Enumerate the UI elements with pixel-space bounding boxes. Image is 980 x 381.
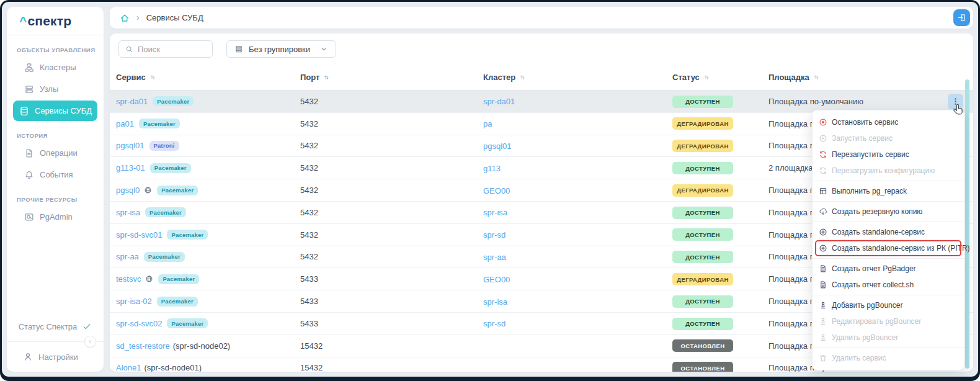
menu-divider	[813, 295, 964, 295]
status-cell: ДОСТУПЕН	[672, 95, 768, 108]
repack-icon	[819, 187, 827, 195]
breadcrumb: › Сервисы СУБД	[110, 7, 973, 29]
home-icon[interactable]	[120, 13, 130, 23]
cluster-link[interactable]: spr-da01	[483, 97, 515, 106]
sidebar-item-nodes[interactable]: Узлы	[13, 79, 97, 99]
menu-item[interactable]: Выполнить pg_repack	[813, 183, 964, 199]
cluster-cell: spr-da01	[483, 96, 672, 107]
cluster-link[interactable]: pa	[483, 119, 492, 128]
service-cell: spr-sd-svc01Pacemaker	[116, 230, 300, 240]
status-cell: ДЕГРАДИРОВАН	[672, 273, 768, 286]
search-input[interactable]	[138, 45, 206, 54]
status-cell: ДОСТУПЕН	[672, 206, 768, 219]
service-link[interactable]: testsvc	[116, 274, 141, 284]
service-link[interactable]: spr-aa	[116, 252, 139, 261]
pgadmin-icon	[24, 212, 34, 222]
cluster-link[interactable]: GEO00	[483, 275, 510, 284]
logo-text: спектр	[27, 14, 71, 29]
menu-item[interactable]: Создать отчет collect.sh	[813, 277, 964, 293]
cluster-link[interactable]: spr-aa	[483, 253, 506, 262]
service-link[interactable]: spr-sd-svc02	[116, 319, 162, 328]
service-link[interactable]: pa01	[116, 119, 134, 128]
sidebar-item-operations[interactable]: Операции	[13, 143, 97, 163]
settings-label: Настройки	[38, 352, 78, 362]
service-link[interactable]: g113-01	[116, 163, 145, 173]
app-background: ^спектр ОБЪЕКТЫ УПРАВЛЕНИЯКластерыУзлыСе…	[2, 2, 978, 377]
vertical-scrollbar[interactable]	[965, 79, 969, 369]
column-header-кластер[interactable]: Кластер	[483, 73, 672, 82]
column-header-статус[interactable]: Статус	[672, 73, 768, 82]
sidebar-item-events[interactable]: События	[13, 164, 97, 185]
sidebar-item-clusters[interactable]: Кластеры	[13, 57, 97, 78]
sidebar-item-db-services[interactable]: Сервисы СУБД	[13, 101, 97, 121]
menu-item[interactable]: Создать резервную копию	[813, 204, 964, 220]
menu-item: Редактировать pgBouncer	[813, 313, 964, 329]
status-badge: ДЕГРАДИРОВАН	[672, 273, 733, 285]
cluster-link[interactable]: spr-isa	[483, 297, 507, 307]
app-window: ^спектр ОБЪЕКТЫ УПРАВЛЕНИЯКластерыУзлыСе…	[0, 0, 980, 381]
sidebar-item-pgadmin[interactable]: PgAdmin	[13, 207, 97, 227]
service-link[interactable]: spr-da01	[116, 97, 148, 106]
cluster-link[interactable]: spr-isa	[483, 208, 507, 217]
cluster-cell: pgsql01	[483, 140, 672, 151]
service-link[interactable]: spr-isa	[116, 208, 140, 217]
cluster-link[interactable]: g113	[483, 164, 501, 173]
service-cell: pgsql01Patroni	[116, 141, 300, 151]
service-link[interactable]: spr-isa-02	[116, 297, 152, 306]
sidebar: ^спектр ОБЪЕКТЫ УПРАВЛЕНИЯКластерыУзлыСе…	[7, 7, 104, 372]
column-header-площадка[interactable]: Площадка	[768, 73, 973, 82]
engine-badge: Pacemaker	[150, 163, 191, 173]
sidebar-item-label: События	[40, 170, 73, 179]
grouping-dropdown[interactable]: Без группировки	[226, 40, 336, 58]
column-header-label: Статус	[672, 73, 700, 82]
logout-button[interactable]	[953, 9, 970, 26]
sidebar-collapse-button[interactable]	[84, 336, 96, 347]
service-link[interactable]: sd_test-restore	[116, 341, 170, 351]
menu-item-label: Удалить сервис	[832, 354, 886, 362]
trash-icon	[819, 354, 827, 362]
status-cell: ДОСТУПЕН	[672, 317, 768, 330]
logo-caret: ^	[19, 14, 27, 29]
sidebar-section: ПРОЧИЕ РЕСУРСЫPgAdmin	[7, 191, 104, 227]
service-link[interactable]: Alone1	[116, 363, 141, 372]
engine-badge: Pacemaker	[144, 252, 185, 262]
cluster-link[interactable]: spr-sd	[483, 230, 506, 240]
cluster-cell: spr-isa	[483, 207, 672, 218]
menu-item: Удалить сервис	[813, 350, 964, 366]
service-link[interactable]: pgsql01	[116, 141, 145, 150]
status-badge: ДОСТУПЕН	[672, 162, 733, 174]
menu-item-label: Создать отчет PgBadger	[832, 264, 916, 273]
cluster-link[interactable]: spr-sd	[483, 319, 506, 328]
engine-badge: Pacemaker	[157, 186, 198, 195]
row-actions-button[interactable]	[948, 94, 963, 109]
play-circle-icon	[819, 134, 827, 143]
column-header-label: Кластер	[483, 73, 515, 82]
status-cell: ДЕГРАДИРОВАН	[672, 117, 768, 130]
engine-badge: Pacemaker	[145, 207, 186, 217]
menu-item[interactable]: Создать отчет PgBadger	[813, 261, 964, 277]
service-link[interactable]: spr-sd-svc01	[116, 230, 162, 240]
status-badge: ОСТАНОВЛЕН	[672, 362, 733, 372]
port-cell: 5432	[300, 163, 483, 173]
cluster-cell: g113	[483, 163, 672, 174]
cluster-link[interactable]: pgsql01	[483, 141, 512, 151]
database-icon	[19, 106, 29, 116]
status-badge: ДОСТУПЕН	[672, 251, 733, 263]
menu-item[interactable]: Остановить сервис	[813, 114, 964, 130]
menu-item[interactable]: Перезапустить сервис	[813, 146, 964, 163]
breadcrumb-page-title: Сервисы СУБД	[146, 13, 203, 22]
port-cell: 5433	[300, 274, 483, 284]
menu-item[interactable]: Добавить pgBouncer	[813, 297, 964, 313]
restart-icon	[819, 150, 827, 159]
status-cell: ДОСТУПЕН	[672, 295, 768, 308]
menu-item[interactable]: Создать standalone-сервис из РК (PITR)	[813, 240, 964, 256]
column-header-порт[interactable]: Порт	[300, 73, 483, 82]
menu-divider	[813, 222, 964, 222]
cluster-link[interactable]: GEO00	[483, 186, 510, 195]
column-header-сервис[interactable]: Сервис	[116, 73, 300, 82]
menu-item[interactable]: Создать standalone-сервис	[813, 224, 964, 240]
status-badge: ДЕГРАДИРОВАН	[672, 140, 733, 152]
service-cell: pa01Pacemaker	[116, 119, 300, 128]
status-cell: ДОСТУПЕН	[672, 251, 768, 264]
service-link[interactable]: pgsql0	[116, 186, 140, 195]
